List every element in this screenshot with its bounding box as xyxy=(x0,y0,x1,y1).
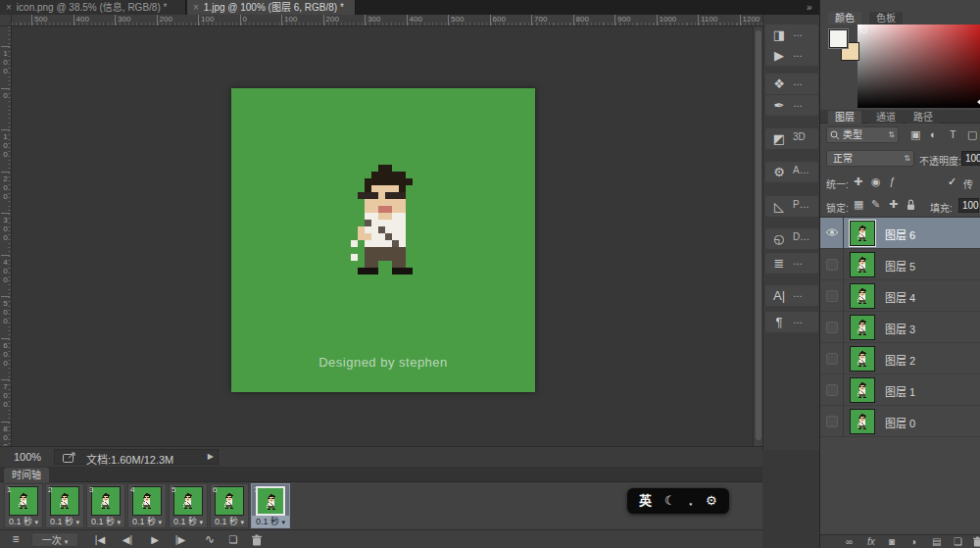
unify-position-icon[interactable]: ✚ xyxy=(854,175,862,188)
layer-row-图层-5[interactable]: 图层 5 xyxy=(820,249,980,280)
close-icon[interactable]: × xyxy=(6,2,12,13)
layer-thumbnail[interactable] xyxy=(850,221,875,246)
filter-adjustment-icon[interactable]: ◐ xyxy=(930,128,937,140)
delete-layer-icon[interactable] xyxy=(973,536,980,547)
duplicate-frame-button[interactable]: ❏ xyxy=(225,532,241,547)
tab-channels[interactable]: 通道 xyxy=(869,111,903,124)
dock-panel-d-panel[interactable]: ◵D… xyxy=(765,228,818,249)
visibility-toggle-empty[interactable] xyxy=(820,343,844,374)
tab-paths[interactable]: 路径 xyxy=(906,111,940,124)
lock-paint-icon[interactable]: ✎ xyxy=(871,198,880,211)
doc-tab-1-jpg[interactable]: ×1.jpg @ 100% (图层 6, RGB/8) * xyxy=(187,0,356,15)
animation-frame-4[interactable]: 40.1 秒 ▾ xyxy=(127,483,167,528)
foreground-color-swatch[interactable] xyxy=(829,29,848,48)
fill-value[interactable]: 100 xyxy=(958,198,979,213)
status-menu-arrow-icon[interactable]: ▶ xyxy=(208,452,214,461)
document-info-field[interactable]: 文档:1.60M/12.3M ▶ xyxy=(54,449,219,465)
layer-row-图层-2[interactable]: 图层 2 xyxy=(820,343,980,374)
dock-panel-paragraph[interactable]: ¶… xyxy=(765,312,818,332)
scrollbar-thumb[interactable] xyxy=(756,30,761,440)
tween-button[interactable]: ∿ xyxy=(202,532,218,547)
layer-thumbnail[interactable] xyxy=(850,283,875,309)
dock-panel-clone-source[interactable]: ◨… xyxy=(765,25,818,45)
layer-group-icon[interactable]: ▤ xyxy=(932,536,941,548)
tab-swatches[interactable]: 色板 xyxy=(869,12,903,25)
export-icon[interactable] xyxy=(63,452,76,463)
adjustment-layer-icon[interactable]: ◑ xyxy=(910,536,916,548)
frame-thumbnail[interactable] xyxy=(132,486,162,516)
blend-mode-select[interactable]: 正常 ⇅ xyxy=(826,150,914,167)
animation-frame-6[interactable]: 60.1 秒 ▾ xyxy=(210,483,249,528)
frame-delay-select[interactable]: 0.1 秒 ▾ xyxy=(170,516,207,527)
loop-option-select[interactable]: 一次 ▾ xyxy=(31,532,78,547)
animation-frame-5[interactable]: 50.1 秒 ▾ xyxy=(169,483,208,528)
layer-thumbnail[interactable] xyxy=(850,346,875,372)
frame-thumbnail[interactable] xyxy=(50,486,79,516)
layer-mask-icon[interactable]: ◙ xyxy=(889,536,895,548)
canvas-viewport[interactable]: Designed by stephen xyxy=(12,26,753,446)
frame-delay-select[interactable]: 0.1 秒 ▾ xyxy=(46,516,83,527)
lock-move-icon[interactable]: ✚ xyxy=(889,198,898,211)
frame-delay-select[interactable]: 0.1 秒 ▾ xyxy=(87,516,124,527)
layer-name[interactable]: 图层 1 xyxy=(885,383,915,399)
dock-panel-character[interactable]: A|… xyxy=(765,285,818,306)
animation-frame-2[interactable]: 20.1 秒 ▾ xyxy=(45,483,84,528)
frame-thumbnail[interactable] xyxy=(215,486,244,516)
layer-thumbnail[interactable] xyxy=(850,377,875,403)
visibility-eye-icon[interactable] xyxy=(820,218,844,248)
layer-thumbnail[interactable] xyxy=(850,409,875,434)
first-frame-button[interactable]: |◀ xyxy=(90,532,110,547)
layer-filter-select[interactable]: 类型 ⇅ xyxy=(826,126,899,143)
lock-transparent-icon[interactable]: ▦ xyxy=(854,198,863,211)
layer-row-图层-0[interactable]: 图层 0 xyxy=(820,406,980,437)
unify-visibility-icon[interactable]: ◉ xyxy=(871,175,881,188)
frame-thumbnail[interactable] xyxy=(9,486,38,516)
opacity-value[interactable]: 100 xyxy=(961,151,980,166)
dock-panel-brush-presets[interactable]: ✒… xyxy=(765,95,818,116)
new-layer-icon[interactable]: ❏ xyxy=(954,536,962,548)
lock-all-icon[interactable] xyxy=(906,199,915,211)
frame-delay-select[interactable]: 0.1 秒 ▾ xyxy=(211,516,248,527)
frame-delay-select[interactable]: 0.1 秒 ▾ xyxy=(5,516,42,527)
layer-thumbnail[interactable] xyxy=(850,252,875,277)
doc-tab-icon-png[interactable]: ×icon.png @ 38.5% (信息, RGB/8) * xyxy=(0,0,186,15)
dock-panel-p-panel[interactable]: ◺P… xyxy=(765,196,818,217)
layer-row-图层-1[interactable]: 图层 1 xyxy=(820,374,980,406)
collapse-panels-icon[interactable]: » xyxy=(807,2,812,13)
frame-thumbnail[interactable] xyxy=(173,486,203,516)
link-layers-icon[interactable]: ∞ xyxy=(846,536,853,548)
zoom-level[interactable]: 100% xyxy=(14,451,41,463)
layer-row-图层-4[interactable]: 图层 4 xyxy=(820,280,980,312)
visibility-toggle-empty[interactable] xyxy=(820,312,844,342)
frame-delay-select[interactable]: 0.1 秒 ▾ xyxy=(252,516,289,527)
frame-thumbnail[interactable] xyxy=(256,486,285,516)
filter-type-icon[interactable]: T xyxy=(950,128,956,140)
sparkle-icon[interactable]: ⋆ xyxy=(688,496,694,512)
propagate-checkbox[interactable]: ✓ xyxy=(948,175,956,188)
layer-thumbnail[interactable] xyxy=(850,315,875,340)
frame-thumbnail[interactable] xyxy=(91,486,121,516)
frame-delay-select[interactable]: 0.1 秒 ▾ xyxy=(128,516,166,527)
visibility-toggle-empty[interactable] xyxy=(820,374,844,405)
layer-name[interactable]: 图层 0 xyxy=(885,415,915,430)
filter-shape-icon[interactable]: ▢ xyxy=(967,128,977,141)
tab-color[interactable]: 颜色 xyxy=(828,12,861,25)
animation-frame-1[interactable]: 10.1 秒 ▾ xyxy=(4,483,43,528)
convert-timeline-icon[interactable]: ≡ xyxy=(8,532,24,547)
dock-panel-a-panel[interactable]: ⚙A… xyxy=(765,162,818,182)
layer-row-图层-6[interactable]: 图层 6 xyxy=(820,218,980,249)
filter-image-icon[interactable]: ▣ xyxy=(910,128,920,141)
visibility-toggle-empty[interactable] xyxy=(820,249,844,279)
vertical-scrollbar[interactable] xyxy=(753,26,762,446)
animation-frame-3[interactable]: 30.1 秒 ▾ xyxy=(86,483,125,528)
next-frame-button[interactable]: |▶ xyxy=(171,532,190,547)
layer-name[interactable]: 图层 4 xyxy=(885,289,915,305)
dock-panel-actions[interactable]: ▶… xyxy=(765,45,818,66)
input-lang-button[interactable]: 英 xyxy=(639,493,652,509)
tab-layers[interactable]: 图层 xyxy=(828,111,861,124)
dock-panel-tool-presets[interactable]: ❖… xyxy=(765,74,818,94)
color-picker-marker[interactable] xyxy=(860,26,867,33)
artboard[interactable]: Designed by stephen xyxy=(231,88,535,392)
close-icon[interactable]: × xyxy=(193,2,199,13)
layer-name[interactable]: 图层 2 xyxy=(885,352,915,368)
